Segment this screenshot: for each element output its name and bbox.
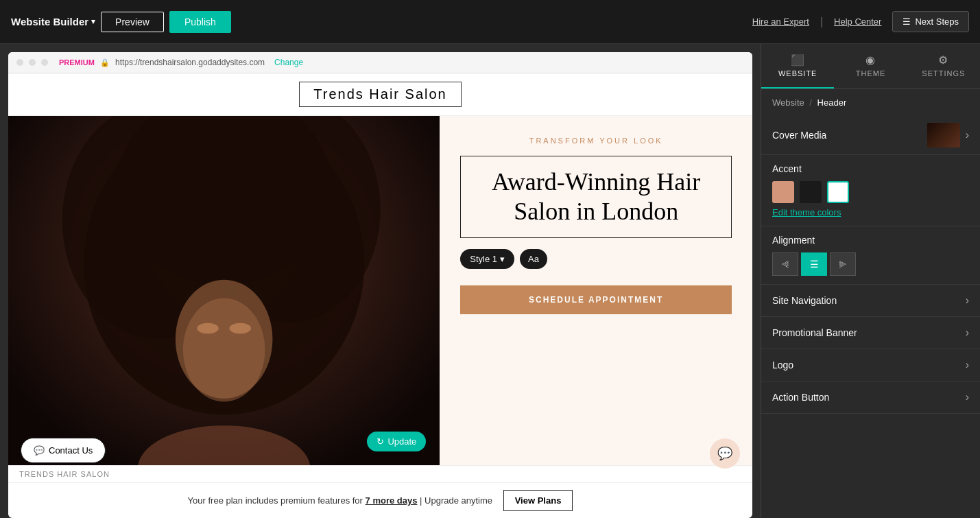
align-center-button[interactable]: ☰: [801, 252, 827, 276]
theme-tab-label: THEME: [856, 69, 886, 78]
hero-tagline: TRANSFORM YOUR LOOK: [460, 137, 732, 145]
dot-close: [16, 59, 23, 66]
align-left-button[interactable]: ⫷: [772, 252, 798, 276]
canvas-footer: TRENDS HAIR SALON: [8, 465, 752, 482]
view-plans-button[interactable]: View Plans: [503, 490, 573, 511]
logo-chevron-icon: ›: [966, 359, 969, 371]
update-button[interactable]: ↻ Update: [367, 432, 426, 451]
chat-icon: 💬: [34, 445, 45, 456]
site-title: Trends Hair Salon: [299, 82, 461, 107]
next-steps-label: Next Steps: [915, 16, 959, 27]
settings-tab-label: SETTINGS: [922, 69, 965, 78]
action-button-row[interactable]: Action Button ›: [761, 381, 980, 414]
right-panel: ⬛ WEBSITE ◉ THEME ⚙ SETTINGS Website / H…: [761, 44, 980, 518]
tab-settings[interactable]: ⚙ SETTINGS: [907, 44, 980, 89]
dot-max: [41, 59, 48, 66]
hero-image: ↻ Update: [8, 116, 440, 465]
chat-bubble[interactable]: 💬: [710, 438, 740, 469]
action-button-chevron-icon: ›: [966, 391, 969, 403]
site-navigation-chevron-icon: ›: [966, 294, 969, 307]
cover-media-chevron-icon: ›: [966, 129, 969, 141]
update-label: Update: [387, 436, 416, 447]
upgrade-banner: Your free plan includes premium features…: [8, 482, 752, 518]
top-bar: Website Builder ▾ Preview Publish Hire a…: [0, 0, 980, 44]
settings-tab-icon: ⚙: [938, 54, 948, 67]
alignment-label: Alignment: [772, 235, 969, 246]
color-swatch-white[interactable]: [827, 181, 849, 203]
breadcrumb-website-link[interactable]: Website: [772, 97, 804, 108]
alignment-buttons: ⫷ ☰ ⫸: [772, 252, 969, 276]
logo-row[interactable]: Logo ›: [761, 349, 980, 381]
website-content: Trends Hair Salon: [8, 73, 752, 465]
tab-theme[interactable]: ◉ THEME: [834, 44, 907, 89]
cover-media-thumbnail: [927, 123, 960, 148]
app-name-label: Website Builder: [11, 16, 88, 27]
hire-expert-link[interactable]: Hire an Expert: [752, 16, 809, 27]
site-navigation-row[interactable]: Site Navigation ›: [761, 285, 980, 317]
cover-media-right: ›: [927, 123, 969, 148]
breadcrumb: Website / Header: [761, 89, 980, 116]
next-steps-button[interactable]: ☰ Next Steps: [892, 11, 969, 32]
upgrade-days-link[interactable]: 7 more days: [366, 495, 418, 506]
premium-badge: PREMIUM: [59, 58, 95, 67]
preview-button[interactable]: Preview: [101, 12, 164, 32]
contact-us-button[interactable]: 💬 Contact Us: [21, 438, 106, 463]
divider: |: [820, 16, 823, 28]
promotional-banner-chevron-icon: ›: [966, 327, 969, 339]
bubble-icon: 💬: [717, 446, 732, 461]
publish-button[interactable]: Publish: [169, 11, 231, 33]
cover-media-row[interactable]: Cover Media ›: [761, 116, 980, 155]
help-center-link[interactable]: Help Center: [834, 16, 881, 27]
hero-headline: Award-Winning Hair Salon in London: [472, 167, 720, 226]
edit-colors-link[interactable]: Edit theme colors: [772, 207, 969, 217]
app-chevron-icon: ▾: [91, 17, 95, 26]
next-steps-icon: ☰: [903, 16, 911, 27]
footer-text: TRENDS HAIR SALON: [19, 470, 110, 478]
svg-point-6: [183, 298, 265, 402]
lock-icon: 🔒: [100, 58, 110, 67]
cover-media-label: Cover Media: [772, 130, 826, 141]
font-button[interactable]: Aa: [520, 249, 547, 269]
breadcrumb-current: Header: [817, 97, 847, 108]
accent-row: Accent Edit theme colors: [761, 155, 980, 226]
align-center-icon: ☰: [810, 259, 819, 270]
style-chevron-icon: ▾: [500, 254, 505, 264]
promotional-banner-label: Promotional Banner: [772, 327, 857, 338]
color-swatch-dark[interactable]: [800, 181, 822, 203]
hero-content: TRANSFORM YOUR LOOK Award-Winning Hair S…: [440, 116, 752, 465]
breadcrumb-separator: /: [809, 97, 812, 108]
upgrade-middle: | Upgrade anytime: [420, 495, 492, 506]
align-left-icon: ⫷: [780, 259, 790, 270]
dot-min: [29, 59, 36, 66]
hero-section: ↻ Update TRANSFORM YOUR LOOK Award-Winni…: [8, 116, 752, 465]
tab-website[interactable]: ⬛ WEBSITE: [761, 44, 834, 89]
site-title-bar: Trends Hair Salon: [8, 73, 752, 116]
site-navigation-label: Site Navigation: [772, 295, 837, 306]
align-right-button[interactable]: ⫸: [830, 252, 856, 276]
main-area: PREMIUM 🔒 https://trendshairsalon.godadd…: [0, 44, 980, 518]
contact-label: Contact Us: [49, 445, 93, 456]
style-label: Style 1: [470, 254, 497, 264]
browser-frame: PREMIUM 🔒 https://trendshairsalon.godadd…: [8, 52, 752, 465]
schedule-button[interactable]: SCHEDULE APPOINTMENT: [460, 285, 732, 314]
promotional-banner-row[interactable]: Promotional Banner ›: [761, 317, 980, 349]
svg-point-9: [230, 323, 251, 334]
upgrade-text: Your free plan includes premium features…: [188, 495, 363, 506]
website-tab-icon: ⬛: [791, 54, 805, 67]
logo-label: Logo: [772, 360, 793, 370]
panel-tabs: ⬛ WEBSITE ◉ THEME ⚙ SETTINGS: [761, 44, 980, 89]
color-swatch-peach[interactable]: [772, 181, 794, 203]
canvas-area: PREMIUM 🔒 https://trendshairsalon.godadd…: [0, 44, 761, 518]
hero-image-placeholder: ↻ Update: [8, 116, 440, 465]
hero-headline-box: Award-Winning Hair Salon in London: [460, 156, 732, 238]
app-name[interactable]: Website Builder ▾: [11, 16, 95, 27]
change-url-link[interactable]: Change: [274, 58, 303, 67]
style-controls: Style 1 ▾ Aa: [460, 249, 732, 269]
top-bar-left: Website Builder ▾ Preview Publish: [11, 11, 231, 33]
website-tab-label: WEBSITE: [778, 69, 817, 78]
font-icon: Aa: [528, 254, 539, 264]
style-button[interactable]: Style 1 ▾: [460, 249, 514, 269]
thumbnail-image: [927, 123, 960, 148]
browser-tab-bar: PREMIUM 🔒 https://trendshairsalon.godadd…: [8, 52, 752, 73]
action-button-label: Action Button: [772, 392, 829, 403]
